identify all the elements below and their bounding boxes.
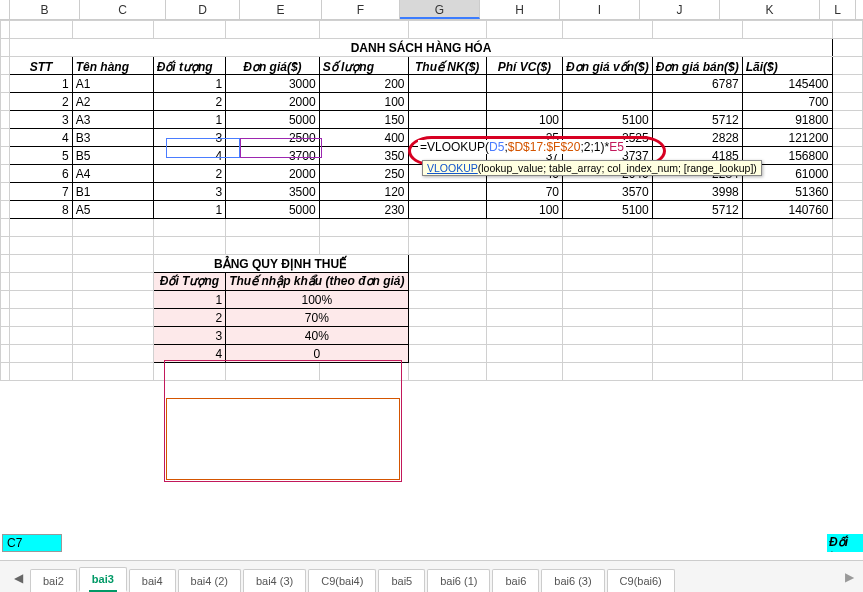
tab-bai4-3[interactable]: bai4 (3) [243,569,306,592]
col-D[interactable]: D [166,0,240,19]
col-K[interactable]: K [720,0,820,19]
tab-bai6-1[interactable]: bai6 (1) [427,569,490,592]
name-box[interactable]: C7 [2,534,62,552]
hdr-dgv: Đơn giá vốn($) [563,57,653,75]
tax-hdr-thue: Thuế nhập khẩu (theo đơn giá) [226,273,408,291]
tab-bai6-3[interactable]: bai6 (3) [541,569,604,592]
tax-title: BẢNG QUY ĐỊNH THUẾ [153,255,408,273]
col-L[interactable]: L [820,0,856,19]
sheet-tabs: ◀ bai2 bai3 bai4 bai4 (2) bai4 (3) C9(ba… [0,560,863,592]
main-title: DANH SÁCH HÀNG HÓA [10,39,832,57]
tab-bai4-2[interactable]: bai4 (2) [178,569,241,592]
tab-bai2[interactable]: bai2 [30,569,77,592]
tax-row: 40 [1,345,863,363]
tab-bai6[interactable]: bai6 [492,569,539,592]
col-G[interactable]: G [400,0,480,19]
tab-scroll-left-icon[interactable]: ◀ [10,564,26,592]
tab-scroll-right-icon[interactable]: ▶ [839,565,859,589]
tab-bai5[interactable]: bai5 [378,569,425,592]
hdr-ten: Tên hàng [72,57,153,75]
table-row: 3A3 15000 150 1005100 571291800 [1,111,863,129]
col-I[interactable]: I [560,0,640,19]
right-frozen-label: Đối tư [827,534,863,552]
column-headers: B C D E F G H I J K L [0,0,863,20]
tax-hdr-doi: Đối Tượng [153,273,226,291]
spreadsheet-grid[interactable]: DANH SÁCH HÀNG HÓA STT Tên hàng Đối tượn… [0,20,863,381]
hdr-sl: Số lượng [319,57,408,75]
tab-c9bai6[interactable]: C9(bai6) [607,569,675,592]
tax-row: 340% [1,327,863,345]
tab-bai4[interactable]: bai4 [129,569,176,592]
hdr-stt: STT [10,57,72,75]
col-F[interactable]: F [322,0,400,19]
col-C[interactable]: C [80,0,166,19]
hdr-lai: Lãi($) [742,57,832,75]
hdr-doi: Đối tượng [153,57,226,75]
col-E[interactable]: E [240,0,322,19]
tax-row: 1100% [1,291,863,309]
hdr-phi: Phí VC($) [486,57,562,75]
table-row: 8A5 15000 230 1005100 5712140760 [1,201,863,219]
col-B[interactable]: B [10,0,80,19]
formula-tooltip: VLOOKUP(lookup_value; table_array; col_i… [422,160,762,176]
tab-c9bai4[interactable]: C9(bai4) [308,569,376,592]
hdr-don: Đơn giá($) [226,57,319,75]
col-H[interactable]: H [480,0,560,19]
col-J[interactable]: J [640,0,720,19]
hdr-thue: Thuế NK($) [408,57,486,75]
table-row: 7B1 33500 120 703570 399851360 [1,183,863,201]
table-row: 2A2 22000 100 700 [1,93,863,111]
ref-highlight-range [166,398,400,480]
formula-edit[interactable]: =VLOOKUP(D5;$D$17:$F$20;2;1)*E5 [418,140,626,154]
tax-row: 270% [1,309,863,327]
tab-bai3[interactable]: bai3 [79,567,127,592]
table-row: 1A1 13000 200 6787145400 [1,75,863,93]
hdr-dgb: Đơn giá bán($) [652,57,742,75]
